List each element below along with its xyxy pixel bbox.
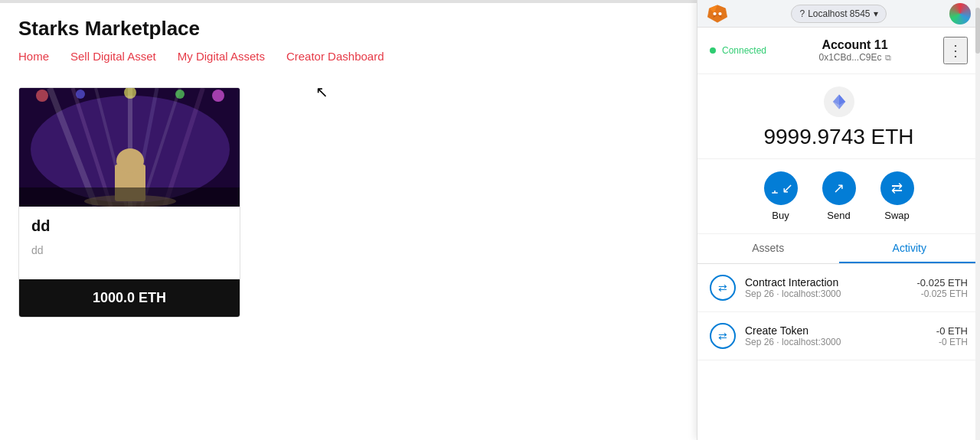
mm-balance-section: 9999.9743 ETH — [697, 74, 980, 159]
mm-activity-amount-sub-1: -0.025 ETH — [917, 288, 968, 299]
mm-swap-button[interactable]: ⇄ Swap — [880, 171, 914, 221]
nav-home[interactable]: Home — [18, 50, 49, 63]
mm-activity-amounts-1: -0.025 ETH -0.025 ETH — [917, 277, 968, 299]
mm-copy-icon[interactable]: ⧉ — [885, 53, 891, 63]
mm-connected-label: Connected — [722, 45, 766, 56]
mm-activity-amount-2: -0 ETH — [936, 325, 968, 334]
mm-account-header: Connected Account 11 0x1CBd...C9Ec ⧉ ⋮ — [697, 28, 980, 74]
nft-card-image — [19, 88, 240, 207]
mm-account-address: 0x1CBd...C9Ec ⧉ — [819, 52, 891, 63]
tab-assets[interactable]: Assets — [697, 234, 839, 263]
mm-send-button[interactable]: ↗ Send — [822, 171, 856, 221]
nft-price-bar: 1000.0 ETH — [19, 279, 240, 317]
tab-activity[interactable]: Activity — [839, 234, 981, 263]
mm-scrollbar[interactable] — [975, 0, 980, 333]
metamask-popup: ? Localhost 8545 ▾ Connected Account 11 … — [697, 0, 980, 333]
nft-image-svg — [19, 88, 240, 207]
svg-point-11 — [116, 148, 144, 173]
mm-account-avatar[interactable] — [949, 3, 971, 24]
svg-point-14 — [76, 90, 85, 99]
svg-point-24 — [713, 11, 716, 15]
mm-activity-details-2: Create Token Sep 26 · localhost:3000 — [745, 324, 927, 333]
nav-creator-dashboard[interactable]: Creator Dashboard — [286, 50, 384, 63]
nft-description: dd — [31, 244, 227, 256]
mm-swap-icon-circle: ⇄ — [880, 171, 914, 205]
mm-activity-amount-1: -0.025 ETH — [917, 277, 968, 288]
site-title: Starks Marketplace — [18, 17, 200, 41]
mm-tabs: Assets Activity — [697, 234, 980, 264]
mm-activity-item-1[interactable]: ⇄ Contract Interaction Sep 26 · localhos… — [697, 264, 980, 312]
mm-help-icon: ? — [799, 8, 805, 19]
nft-card: dd dd 1000.0 ETH — [18, 87, 240, 318]
mm-more-button[interactable]: ⋮ — [943, 37, 968, 64]
metamask-fox-icon — [707, 3, 728, 24]
mm-account-name-group: Account 11 0x1CBd...C9Ec ⧉ — [819, 38, 891, 63]
mm-activity-subtitle-1: Sep 26 · localhost:3000 — [745, 288, 908, 299]
mm-balance-text: 9999.9743 ETH — [763, 125, 913, 149]
nav-my-assets[interactable]: My Digital Assets — [178, 50, 265, 63]
mm-contract-interaction-icon: ⇄ — [710, 275, 736, 301]
mm-account-info: Connected — [710, 45, 766, 56]
svg-point-25 — [718, 11, 721, 15]
mm-activity-title-1: Contract Interaction — [745, 276, 908, 288]
mm-buy-button[interactable]: ↙ Buy — [764, 171, 798, 221]
eth-logo-icon — [831, 93, 848, 110]
mm-activity-title-2: Create Token — [745, 324, 927, 333]
mm-activity-item-2[interactable]: ⇄ Create Token Sep 26 · localhost:3000 -… — [697, 312, 980, 333]
mm-chevron-down-icon: ▾ — [874, 8, 878, 19]
mm-topbar: ? Localhost 8545 ▾ — [697, 0, 980, 28]
mm-network-label: Localhost 8545 — [808, 8, 870, 19]
svg-point-13 — [36, 90, 48, 102]
mm-buy-label: Buy — [772, 210, 789, 221]
mm-eth-icon — [824, 86, 854, 117]
mm-create-token-icon: ⇄ — [710, 323, 736, 333]
svg-rect-12 — [19, 187, 240, 207]
mm-buy-icon-circle: ↙ — [764, 171, 798, 205]
mm-connected-dot — [710, 47, 716, 54]
buy-arrow-down-icon — [768, 181, 782, 195]
mm-address-text: 0x1CBd...C9Ec — [819, 52, 882, 63]
mm-activity-amounts-2: -0 ETH -0 ETH — [936, 325, 968, 334]
mm-activity-list: ⇄ Contract Interaction Sep 26 · localhos… — [697, 264, 980, 333]
nft-title: dd — [31, 217, 227, 235]
nft-card-body: dd dd — [19, 207, 240, 279]
svg-point-16 — [175, 90, 185, 99]
mm-scrollbar-thumb — [975, 8, 980, 54]
mm-send-icon-circle: ↗ — [822, 171, 856, 205]
mm-network-button[interactable]: ? Localhost 8545 ▾ — [791, 5, 886, 23]
mm-send-label: Send — [827, 210, 850, 221]
mm-action-buttons: ↙ Buy ↗ Send ⇄ Swap — [697, 159, 980, 234]
main-content: dd dd 1000.0 ETH — [0, 72, 628, 333]
mm-activity-details-1: Contract Interaction Sep 26 · localhost:… — [745, 276, 908, 299]
nav-sell[interactable]: Sell Digital Asset — [70, 50, 156, 63]
svg-point-17 — [212, 90, 224, 102]
mm-account-name: Account 11 — [822, 38, 887, 52]
mm-swap-label: Swap — [884, 210, 910, 221]
